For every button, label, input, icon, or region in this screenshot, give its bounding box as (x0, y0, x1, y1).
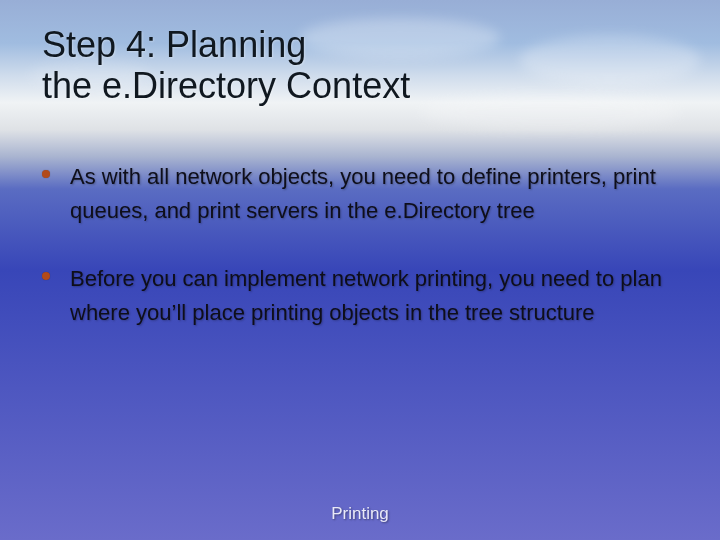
bullet-dot-icon (42, 272, 50, 280)
bullet-dot-icon (42, 170, 50, 178)
title-line-1: Step 4: Planning (42, 24, 306, 65)
slide: Step 4: Planning the e.Directory Context… (0, 0, 720, 540)
bullet-item: As with all network objects, you need to… (42, 160, 682, 228)
bullet-item: Before you can implement network printin… (42, 262, 682, 330)
title-line-2: the e.Directory Context (42, 65, 410, 106)
slide-body: As with all network objects, you need to… (42, 160, 682, 364)
bullet-text: As with all network objects, you need to… (70, 160, 682, 228)
slide-title: Step 4: Planning the e.Directory Context (42, 24, 690, 107)
bullet-text: Before you can implement network printin… (70, 262, 682, 330)
slide-footer: Printing (0, 504, 720, 524)
